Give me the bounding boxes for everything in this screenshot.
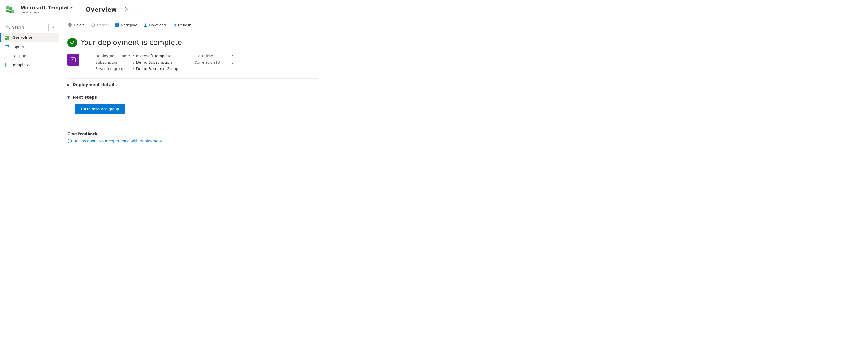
delete-button[interactable]: Delete: [65, 22, 87, 29]
svg-rect-11: [5, 47, 8, 47]
sidebar-item-inputs[interactable]: Inputs: [0, 42, 59, 51]
svg-rect-9: [5, 36, 7, 37]
deployment-name-value: Microsoft.Template: [136, 54, 172, 58]
check-circle-icon: [67, 38, 77, 48]
cancel-button[interactable]: Cancel: [88, 22, 111, 29]
svg-rect-31: [118, 25, 119, 27]
deployment-main-fields: Deployment name : Microsoft.Template Sub…: [95, 54, 178, 71]
checkmark-icon: [69, 40, 75, 45]
sidebar: 🔍 « Overview: [0, 19, 59, 362]
toolbar: Delete Cancel Redeploy: [59, 19, 868, 31]
svg-rect-29: [118, 23, 119, 25]
deployment-complete-text: Your deployment is complete: [81, 38, 182, 47]
search-input-wrapper[interactable]: 🔍: [3, 24, 49, 31]
content-area: Your deployment is complete Deployment n…: [59, 31, 868, 362]
deployment-type-icon: [67, 54, 79, 65]
svg-rect-4: [6, 6, 9, 9]
svg-rect-13: [8, 46, 9, 47]
svg-rect-8: [7, 38, 9, 40]
subscription-label: Subscription: [95, 60, 133, 64]
field-row-name: Deployment name : Microsoft.Template: [95, 54, 178, 58]
refresh-label: Refresh: [178, 23, 191, 27]
header-title-group: Microsoft.Template Deployment: [20, 5, 72, 14]
field-row-subscription: Subscription : Demo Subscription: [95, 60, 178, 64]
feedback-link-label: Tell us about your experience with deplo…: [74, 139, 162, 143]
sidebar-item-outputs[interactable]: Outputs: [0, 51, 59, 60]
header-main-title: Microsoft.Template: [20, 5, 72, 11]
deployment-right-fields: Start time : Correlation ID :: [194, 54, 235, 64]
more-options-button[interactable]: ···: [132, 6, 141, 13]
collapse-sidebar-button[interactable]: «: [51, 24, 55, 31]
svg-rect-3: [11, 10, 14, 13]
svg-rect-33: [72, 59, 73, 60]
svg-rect-2: [9, 7, 12, 10]
pin-button[interactable]: [122, 6, 129, 13]
header-subtitle: Deployment: [20, 10, 72, 14]
separator-3: :: [133, 67, 134, 71]
main-layout: 🔍 « Overview: [0, 19, 868, 362]
deployment-name-label: Deployment name: [95, 54, 133, 58]
go-to-resource-group-button[interactable]: Go to resource group: [75, 104, 125, 114]
search-input[interactable]: [12, 25, 46, 29]
correlation-id-label: Correlation ID: [194, 60, 232, 64]
ellipsis-icon: ···: [133, 7, 139, 12]
deployment-details-section: ▶ Deployment details: [67, 79, 318, 91]
deployment-details-header[interactable]: ▶ Deployment details: [67, 82, 318, 87]
refresh-icon: [172, 23, 176, 27]
delete-label: Delete: [74, 23, 85, 27]
svg-rect-30: [115, 25, 117, 27]
chevron-right-icon: ▶: [67, 83, 70, 87]
field-row-start-time: Start time :: [194, 54, 235, 58]
next-steps-header[interactable]: ▼ Next steps: [67, 95, 318, 100]
sidebar-item-template-label: Template: [12, 63, 29, 67]
feedback-title: Give feedback: [67, 132, 318, 136]
download-icon: [143, 23, 148, 27]
deployment-complete-header: Your deployment is complete: [67, 38, 318, 48]
sidebar-item-inputs-label: Inputs: [12, 45, 24, 49]
resource-group-label: Resource group: [95, 67, 133, 71]
sidebar-item-template[interactable]: Template: [0, 60, 59, 69]
svg-rect-22: [69, 23, 71, 24]
field-row-resource-group: Resource group : Demo Resource Group: [95, 67, 178, 71]
svg-rect-5: [9, 11, 11, 12]
azure-logo-icon: [5, 5, 15, 14]
svg-rect-10: [5, 46, 9, 46]
page-title: Overview: [86, 6, 117, 13]
subscription-value: Demo Subscription: [136, 60, 172, 64]
search-container: 🔍 «: [0, 22, 59, 33]
delete-icon: [68, 23, 72, 27]
deployment-details-label: Deployment details: [72, 82, 117, 87]
separator-5: :: [232, 60, 233, 64]
svg-rect-12: [5, 48, 8, 48]
header-actions: ···: [122, 6, 141, 13]
outputs-icon: [5, 54, 10, 58]
feedback-link[interactable]: Tell us about your experience with deplo…: [67, 139, 318, 143]
download-label: Download: [149, 23, 166, 27]
chevron-left-icon: «: [52, 25, 54, 29]
redeploy-button[interactable]: Redeploy: [113, 22, 140, 29]
next-steps-label: Next steps: [72, 95, 97, 100]
separator-1: :: [133, 54, 134, 58]
download-button[interactable]: Download: [141, 22, 168, 29]
deployment-info: Deployment name : Microsoft.Template Sub…: [67, 54, 318, 71]
logo-area: [5, 5, 15, 14]
content-inner: Your deployment is complete Deployment n…: [59, 31, 327, 150]
svg-rect-6: [5, 38, 7, 39]
separator-4: :: [232, 54, 233, 58]
svg-rect-1: [6, 10, 9, 12]
search-icon: 🔍: [6, 25, 10, 29]
app-header: Microsoft.Template Deployment Overview ·…: [0, 0, 868, 19]
sidebar-nav: Overview Inputs: [0, 33, 59, 69]
svg-rect-28: [115, 23, 117, 25]
refresh-button[interactable]: Refresh: [169, 22, 194, 29]
chevron-down-icon: ▼: [67, 95, 70, 99]
cancel-label: Cancel: [97, 23, 108, 27]
resource-group-value: Demo Resource Group: [136, 67, 178, 71]
inputs-icon: [5, 44, 10, 49]
go-to-resource-group-label: Go to resource group: [81, 107, 119, 111]
package-icon: [70, 56, 77, 63]
cancel-icon: [91, 23, 95, 27]
feedback-icon: [67, 139, 72, 143]
overview-icon: [5, 35, 10, 40]
sidebar-item-overview[interactable]: Overview: [0, 33, 59, 42]
